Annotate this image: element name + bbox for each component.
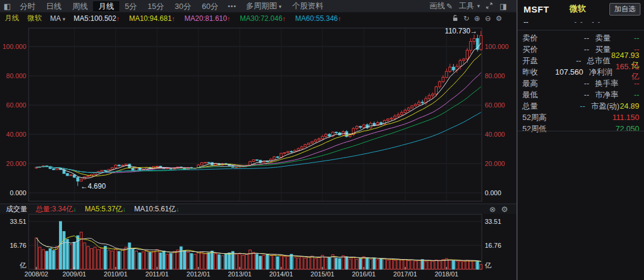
period-tab[interactable]: 分时 (14, 1, 41, 11)
field-label: 净利润 (589, 67, 615, 78)
tools-dropdown[interactable]: 工具▾ (459, 1, 480, 11)
settings-gear-icon[interactable]: ⚙ (496, 15, 502, 22)
arrow-up-icon: ↑ (338, 15, 341, 22)
field-label: 总量 (522, 101, 547, 112)
svg-text:110.730→: 110.730→ (445, 27, 478, 35)
field-label: 卖量 (595, 33, 628, 44)
pencil-icon: ✎ (446, 2, 453, 10)
volume-header: 成交量 总量:3.34亿↓ MA5:5.37亿↓ MA10:5.61亿↓ ⊗ ⚙ (0, 204, 516, 214)
x-axis-tick-label: 2018/01 (435, 270, 459, 278)
svg-text:16.76: 16.76 (485, 242, 501, 249)
field-label: 买价 (522, 44, 551, 55)
period-tabs: 分时日线周线月线5分15分30分60分 (14, 1, 224, 12)
field-value: 111.150 (551, 113, 639, 122)
multi-period-dropdown[interactable]: 多周期图▾ (241, 0, 287, 12)
period-tab[interactable]: 15分 (143, 1, 169, 11)
toolbar-right-group: 画线✎ 工具▾ ◨ (429, 1, 510, 11)
svg-text:20.000: 20.000 (6, 160, 26, 167)
ma-dropdown[interactable]: MA▾ (50, 14, 66, 23)
x-axis-tick-label: 2008/02 (24, 270, 48, 278)
field-value: -- (547, 101, 585, 110)
field-label: 卖价 (522, 33, 551, 44)
field-label: 开盘 (522, 56, 543, 66)
field-label: 换手率 (595, 78, 628, 89)
zoom-out-icon[interactable]: ⊖ (485, 15, 491, 22)
svg-text:0.000: 0.000 (10, 189, 26, 196)
ma-value: MA5:100.502↑ (74, 14, 120, 23)
x-axis-tick-label: 2010/01 (104, 270, 128, 278)
zoom-in-icon[interactable]: ⊕ (474, 15, 480, 22)
quote-row: 昨收107.560净利润165.71亿 (518, 66, 644, 78)
unlock-icon[interactable] (452, 14, 459, 23)
field-value: -- (551, 79, 589, 88)
volume-ma10: MA10:5.61亿↓ (134, 204, 179, 214)
svg-text:80.000: 80.000 (6, 72, 26, 79)
svg-text:60.000: 60.000 (6, 101, 26, 109)
settings-gear-icon[interactable]: ⚙ (501, 205, 508, 213)
field-value: -- (551, 90, 589, 99)
svg-text:60.000: 60.000 (485, 101, 505, 109)
field-value: -- (551, 33, 589, 42)
period-tab[interactable]: 30分 (169, 1, 196, 11)
stock-app-window: ◧ 分时日线周线月线5分15分30分60分 ••• 多周期图▾ 个股资料 画线✎… (0, 0, 644, 280)
period-tab[interactable]: 日线 (41, 1, 67, 11)
draw-line-button[interactable]: 画线✎ (429, 1, 453, 11)
x-axis-tick-label: 2009/01 (63, 270, 86, 278)
field-label: 最高 (522, 78, 551, 89)
field-value: -- (628, 90, 639, 99)
field-label: 总市值 (587, 56, 611, 66)
candlestick-chart[interactable]: 100.000100.00080.00080.00060.00060.00040… (0, 24, 516, 204)
symbol-name-label: 微软 (27, 13, 42, 23)
x-axis-labels: 2008/022009/012010/012011/012012/012013/… (0, 270, 516, 280)
arrow-up-icon: ↑ (172, 15, 175, 22)
field-value: -- (543, 56, 581, 65)
indicator-header: 月线 微软 MA▾ MA5:100.502↑MA10:94.681↑MA20:8… (0, 13, 516, 24)
svg-text:亿: 亿 (20, 261, 26, 269)
refresh-icon[interactable]: ↻ (463, 15, 469, 22)
x-axis-tick-label: 2013/01 (228, 270, 252, 278)
period-tab[interactable]: 周线 (67, 1, 93, 11)
x-axis-tick-label: 2016/01 (352, 270, 376, 278)
chevron-down-icon: ▾ (477, 3, 480, 9)
layout-left-panel-icon[interactable]: ◧ (4, 2, 11, 10)
svg-text:亿: 亿 (485, 261, 491, 269)
volume-chart[interactable]: 33.5133.5116.7616.76亿亿 (0, 214, 516, 270)
x-axis-tick-label: 2017/01 (394, 270, 417, 278)
period-tab[interactable]: 5分 (119, 1, 142, 11)
ma-values: MA5:100.502↑MA10:94.681↑MA20:81.610↑MA30… (74, 14, 351, 23)
symbol-code: MSFT (524, 4, 549, 14)
svg-text:16.76: 16.76 (10, 242, 26, 249)
field-label: 昨收 (522, 67, 545, 78)
close-icon[interactable]: ⊗ (489, 205, 496, 213)
field-value: -- (628, 33, 639, 42)
quote-row: 最高--换手率-- (518, 78, 644, 89)
quote-row: 52周高111.150 (518, 112, 644, 123)
field-label: 52周高 (522, 112, 551, 123)
ma-value: MA30:72.046↑ (240, 14, 286, 23)
period-label: 月线 (5, 13, 19, 23)
ma-value: MA20:81.610↑ (184, 14, 230, 23)
svg-text:33.51: 33.51 (485, 218, 501, 225)
period-tab[interactable]: 月线 (93, 1, 119, 11)
more-periods-button[interactable]: ••• (224, 2, 241, 10)
period-tab[interactable]: 60分 (196, 1, 223, 11)
svg-text:40.000: 40.000 (485, 131, 505, 138)
field-label: 52周低 (522, 124, 551, 134)
quote-row: 卖价--卖量-- (518, 32, 644, 44)
quote-panel-header: MSFT 微软 加自选 (518, 0, 644, 16)
x-axis-tick-label: 2011/01 (145, 270, 169, 278)
field-value: 107.560 (545, 67, 583, 76)
svg-text:80.000: 80.000 (485, 72, 505, 79)
volume-toolbox: ⊗ ⚙ (489, 205, 508, 213)
layout-right-panel-icon[interactable]: ◨ (500, 2, 507, 10)
quote-fields: 卖价--卖量--买价--买量--开盘--总市值8247.93亿昨收107.560… (518, 30, 644, 134)
chart-toolbox: ↻ ⊕ ⊖ ⚙ (452, 14, 502, 23)
fullscreen-icon[interactable] (486, 1, 493, 11)
add-watchlist-button[interactable]: 加自选 (609, 3, 640, 16)
field-value: 24.89 (620, 101, 639, 110)
svg-text:40.000: 40.000 (6, 131, 26, 138)
field-label: 最低 (522, 90, 551, 100)
stock-info-tab[interactable]: 个股资料 (287, 0, 329, 12)
svg-text:←4.690: ←4.690 (80, 182, 106, 190)
svg-text:20.000: 20.000 (485, 160, 505, 167)
